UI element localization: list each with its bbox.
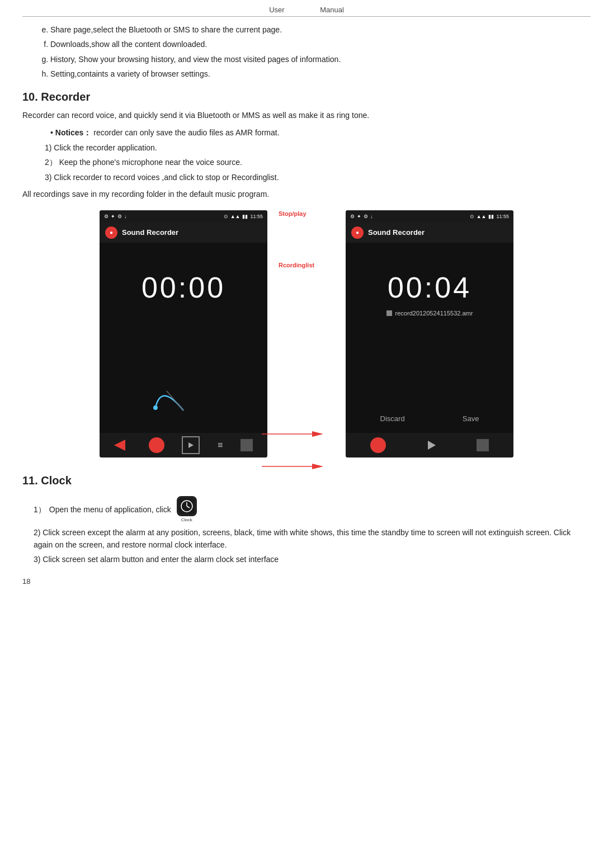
clock-svg — [179, 498, 195, 514]
play-button-1[interactable] — [182, 436, 200, 454]
list-item-h: Setting,containts a variety of browser s… — [50, 68, 591, 80]
clock-step-3-num: 3) — [34, 555, 40, 564]
arrow-stopplay — [262, 428, 323, 440]
section-11: 11. Clock 1） Open the menu of applicatio… — [22, 474, 591, 566]
record-button-2[interactable] — [370, 437, 386, 453]
notif-icon-24: ↓ — [370, 214, 373, 219]
status-bar-2: ⚙ ✦ ⚙ ↓ ⊙ ▲▲ ▮▮ 11:55 — [346, 210, 513, 223]
timer-display-2: 00:04 — [388, 271, 471, 304]
notification-icon-1: ⚙ — [104, 214, 109, 219]
notif-icon-21: ⚙ — [350, 214, 355, 219]
recorder-step-2: 2） Keep the phone's microphone near the … — [45, 156, 591, 168]
arrow-recordinglist — [262, 461, 323, 472]
discard-save-row: Discard Save — [351, 410, 508, 427]
filename-display: record20120524115532.amr — [386, 310, 473, 317]
phone-screen-1: ⚙ ✦ ⚙ ↓ ⊙ ▲▲ ▮▮ 11:55 ● Sound Recorder — [100, 210, 267, 457]
stop-button-1[interactable] — [241, 439, 253, 451]
recorder-step-1: 1) Click the recorder application. — [45, 141, 591, 154]
list-item-f: Downloads,show all the content downloade… — [50, 38, 591, 50]
svg-marker-2 — [114, 440, 125, 451]
phone-screen-2: ⚙ ✦ ⚙ ↓ ⊙ ▲▲ ▮▮ 11:55 ● Sound Recorder 0… — [346, 210, 513, 457]
svg-marker-3 — [188, 442, 194, 448]
wifi-icon-1: ⊙ — [224, 214, 228, 219]
time-2: 11:55 — [496, 214, 509, 219]
svg-marker-5 — [312, 431, 323, 437]
recorder-step-3: 3) Click recorder to record voices ,and … — [45, 171, 591, 183]
clock-step-1-text-before: Open the menu of application, click — [49, 503, 171, 516]
left-arrow-icon-1 — [114, 440, 131, 451]
recorder-app-icon-1: ● — [105, 227, 117, 239]
notification-icon-3: ⚙ — [117, 214, 122, 219]
notification-icon-4: ↓ — [124, 214, 127, 219]
recorder-images-container: ⚙ ✦ ⚙ ↓ ⊙ ▲▲ ▮▮ 11:55 ● Sound Recorder — [22, 210, 591, 457]
recorder-app-icon-2: ● — [351, 227, 364, 239]
phone-bottom-bar-2 — [346, 433, 513, 457]
notice-label: Notices： — [55, 128, 92, 137]
phone-content-1: 00:00 — [100, 243, 267, 433]
filename-text: record20120524115532.amr — [395, 310, 473, 317]
app-bar-1: ● Sound Recorder — [100, 223, 267, 243]
save-button[interactable]: Save — [463, 414, 479, 423]
file-icon — [386, 310, 392, 316]
app-bar-2: ● Sound Recorder — [346, 223, 513, 243]
recorder-notice: • Notices： recorder can only save the au… — [50, 126, 591, 139]
record-button-1[interactable] — [149, 437, 164, 453]
waveform-area-1 — [105, 371, 262, 427]
page-number: 18 — [22, 577, 591, 586]
play-button-2[interactable] — [423, 437, 439, 453]
timer-display-1: 00:00 — [142, 271, 225, 304]
clock-step-2-num: 2) — [34, 528, 40, 537]
clock-app-icon — [177, 496, 197, 516]
clock-step-3: 3) Click screen set alarm button and ent… — [34, 553, 591, 565]
discard-button[interactable]: Discard — [380, 414, 405, 423]
battery-icon-1: ▮▮ — [242, 214, 248, 219]
list-item-e: Share page,select the Bluetooth or SMS t… — [50, 23, 591, 36]
header-right: Manual — [320, 6, 344, 14]
section-10-title: 10. Recorder — [22, 91, 591, 103]
clock-step-1-num: 1） — [34, 503, 46, 516]
notif-icon-23: ⚙ — [364, 214, 368, 219]
app-title-2: Sound Recorder — [368, 228, 425, 237]
annotation-recordinglist-label: Rcordinglist — [279, 262, 334, 268]
time-1: 11:55 — [250, 214, 263, 219]
app-title-1: Sound Recorder — [122, 228, 178, 237]
svg-marker-7 — [312, 464, 323, 469]
header-left: User — [269, 6, 284, 14]
all-recordings-text: All recordings save in my recording fold… — [22, 188, 591, 201]
svg-point-0 — [153, 405, 158, 410]
wifi-icon-2: ⊙ — [470, 214, 474, 219]
clock-step-3-text: Click screen set alarm button and enter … — [43, 555, 279, 564]
status-icons-right-1: ⊙ ▲▲ ▮▮ 11:55 — [224, 214, 263, 219]
phone-content-2: 00:04 record20120524115532.amr Discard S… — [346, 243, 513, 433]
svg-line-1 — [167, 391, 183, 411]
notice-text: recorder can only save the audio files a… — [93, 128, 279, 137]
signal-icon-1: ▲▲ — [230, 214, 241, 219]
clock-step-2: 2) Click screen except the alarm at any … — [34, 526, 591, 551]
signal-icon-2: ▲▲ — [477, 214, 487, 219]
page-header: User Manual — [22, 6, 591, 17]
svg-marker-8 — [428, 441, 436, 450]
clock-step-1: 1） Open the menu of application, click C… — [34, 496, 591, 524]
status-icons-left-2: ⚙ ✦ ⚙ ↓ — [350, 214, 373, 219]
status-bar-1: ⚙ ✦ ⚙ ↓ ⊙ ▲▲ ▮▮ 11:55 — [100, 210, 267, 223]
annotation-stopplay-label: Stop/play — [279, 210, 334, 217]
list-button-1[interactable]: ≡ — [218, 440, 223, 450]
phone-bottom-bar-1: ≡ — [100, 433, 267, 457]
notif-icon-22: ✦ — [357, 214, 361, 219]
clock-step-2-text: Click screen except the alarm at any pos… — [34, 528, 570, 549]
recorder-intro: Recorder can record voice, and quickly s… — [22, 109, 591, 122]
list-item-g: History, Show your browsing history, and… — [50, 53, 591, 65]
battery-icon-2: ▮▮ — [488, 214, 494, 219]
clock-icon-label: Clock — [181, 517, 192, 524]
status-icons-left-1: ⚙ ✦ ⚙ ↓ — [104, 214, 127, 219]
waveform-svg-1 — [150, 377, 217, 422]
stop-button-2[interactable] — [477, 439, 489, 451]
notification-icon-2: ✦ — [111, 214, 115, 219]
clock-icon-container: Clock — [177, 496, 197, 524]
status-icons-right-2: ⊙ ▲▲ ▮▮ 11:55 — [470, 214, 509, 219]
section-11-title: 11. Clock — [22, 474, 591, 487]
